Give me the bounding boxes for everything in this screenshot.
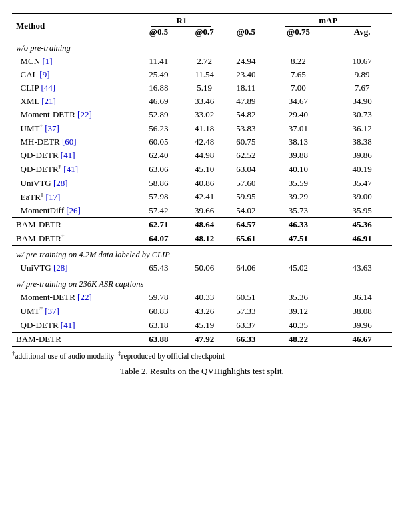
method-header: Method [12, 14, 125, 39]
table-row: UniVTG [28]65.4350.0664.0645.0243.63 [12, 261, 392, 275]
highlighted-row: BAM-DETR†64.0748.1265.6147.5146.91 [12, 231, 392, 246]
map-group-header: mAP [265, 14, 392, 27]
dagger-icon: † [12, 350, 15, 357]
table-row: Moment-DETR [22]52.8933.0254.8229.4030.7… [12, 108, 392, 121]
table-row: UniVTG [28]58.8640.8657.6035.5935.47 [12, 177, 392, 190]
results-table: Method R1 mAP @0.5 @0.7 @0.5 @0.75 Avg. … [12, 13, 392, 347]
footnote: †additional use of audio modality ‡repro… [12, 349, 392, 362]
table-row: MomentDiff [26]57.4239.6654.0235.7335.95 [12, 204, 392, 218]
highlighted-row: BAM-DETR62.7148.6464.5746.3345.36 [12, 217, 392, 231]
table-row: QD-DETR† [41]63.0645.1063.0440.1040.19 [12, 162, 392, 176]
r1-at-07-header: @0.7 [181, 27, 227, 39]
table-row: MCN [1]11.412.7224.948.2210.67 [12, 55, 392, 68]
r1-group-header: R1 [136, 14, 227, 27]
section-label-row: w/o pre-training [12, 39, 392, 55]
map-at-075-header: @0.75 [265, 27, 333, 39]
r1-label: R1 [151, 15, 211, 27]
highlighted-row: BAM-DETR63.8847.9266.3348.2246.67 [12, 332, 392, 346]
blank-col [125, 27, 135, 39]
table-row: CLIP [44]16.885.1918.117.007.67 [12, 81, 392, 95]
table-row: Moment-DETR [22]59.7840.3360.5135.3636.1… [12, 291, 392, 304]
column-group-header-row: Method R1 mAP [12, 14, 392, 27]
table-row: EaTR‡ [17]57.9842.4159.9539.2939.00 [12, 190, 392, 204]
table-row: MH-DETR [60]60.0542.4860.7538.1338.38 [12, 135, 392, 149]
map-at-05-header: @0.5 [227, 27, 265, 39]
main-container: Method R1 mAP @0.5 @0.7 @0.5 @0.75 Avg. … [12, 13, 392, 519]
ddagger-icon: ‡ [118, 350, 121, 357]
section-label-row: w/ pre-training on 4.2M data labeled by … [12, 246, 392, 262]
table-row: UMT† [37]56.2341.1853.8337.0136.12 [12, 121, 392, 135]
avg-header: Avg. [332, 27, 392, 39]
spacer-header [125, 14, 135, 27]
table-row: XML [21]46.6933.4647.8934.6734.90 [12, 95, 392, 108]
table-caption: Table 2. Results on the QVHighlights tes… [12, 366, 392, 377]
table-row: UMT† [37]60.8343.2657.3339.1238.08 [12, 304, 392, 318]
r1-at-05-header: @0.5 [136, 27, 182, 39]
spacer-header2 [227, 14, 265, 27]
table-row: QD-DETR [41]62.4044.9862.5239.8839.86 [12, 149, 392, 162]
section-label-row: w/ pre-training on 236K ASR captions [12, 275, 392, 291]
table-row: CAL [9]25.4911.5423.407.659.89 [12, 68, 392, 81]
map-label: mAP [285, 15, 371, 27]
table-row: QD-DETR [41]63.1845.1963.3740.3539.96 [12, 319, 392, 333]
